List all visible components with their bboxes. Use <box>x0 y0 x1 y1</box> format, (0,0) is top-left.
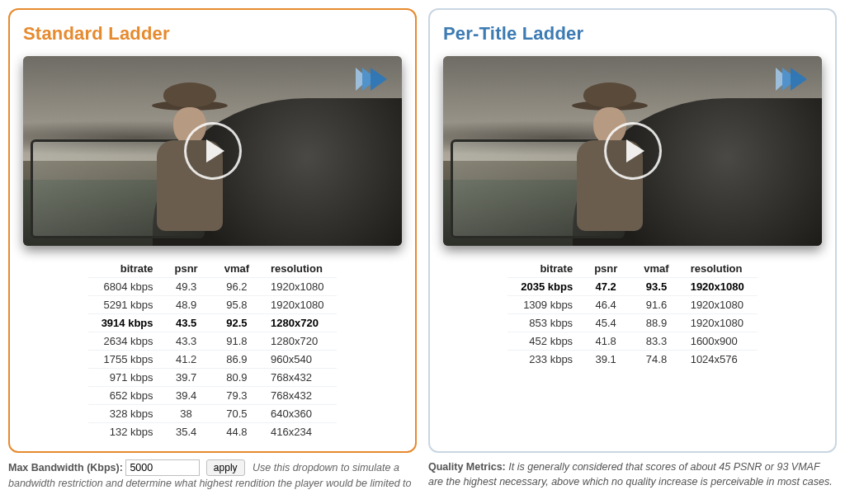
col-resolution: resolution <box>682 260 758 278</box>
cell-res: 1920x1080 <box>262 296 338 314</box>
cell-psnr: 38 <box>162 405 211 423</box>
table-row[interactable]: 132 kbps35.444.8416x234 <box>87 423 338 441</box>
cell-bitrate: 1309 kbps <box>507 296 581 314</box>
cell-vmaf: 92.5 <box>211 314 262 332</box>
cell-bitrate: 5291 kbps <box>87 296 161 314</box>
standard-ladder-table: bitrate psnr vmaf resolution 6804 kbps49… <box>87 259 338 441</box>
cell-vmaf: 95.8 <box>211 296 262 314</box>
cell-psnr: 45.4 <box>581 314 630 332</box>
cell-psnr: 41.8 <box>581 332 630 351</box>
col-psnr: psnr <box>162 260 211 278</box>
cell-psnr: 39.7 <box>162 369 211 387</box>
cell-bitrate: 328 kbps <box>87 405 161 423</box>
bandwidth-label: Max Bandwidth (Kbps): <box>8 462 123 473</box>
cell-psnr: 47.2 <box>581 278 630 296</box>
cell-res: 1920x1080 <box>682 296 758 314</box>
cell-bitrate: 652 kbps <box>87 387 161 405</box>
play-icon <box>626 139 644 163</box>
col-resolution: resolution <box>262 260 338 278</box>
cell-bitrate: 452 kbps <box>507 332 581 351</box>
play-button[interactable] <box>604 122 662 180</box>
col-bitrate: bitrate <box>507 260 581 278</box>
cell-vmaf: 80.9 <box>211 369 262 387</box>
standard-ladder-card: Standard Ladder bitrate psnr vmaf <box>8 8 417 453</box>
quality-metrics-label: Quality Metrics: <box>428 461 506 473</box>
table-row[interactable]: 452 kbps41.883.31600x900 <box>507 332 758 351</box>
cell-vmaf: 44.8 <box>211 423 262 441</box>
standard-video-player[interactable] <box>23 56 402 246</box>
cell-psnr: 39.4 <box>162 387 211 405</box>
col-vmaf: vmaf <box>211 260 262 278</box>
cell-res: 1920x1080 <box>262 278 338 296</box>
table-row[interactable]: 652 kbps39.479.3768x432 <box>87 387 338 405</box>
table-row[interactable]: 6804 kbps49.396.21920x1080 <box>87 278 338 296</box>
cell-res: 1920x1080 <box>682 278 758 296</box>
play-icon <box>206 139 224 163</box>
cell-bitrate: 971 kbps <box>87 369 161 387</box>
cell-res: 768x432 <box>262 369 338 387</box>
cell-psnr: 43.3 <box>162 332 211 351</box>
table-row[interactable]: 233 kbps39.174.81024x576 <box>507 351 758 369</box>
cell-bitrate: 233 kbps <box>507 351 581 369</box>
cell-bitrate: 2634 kbps <box>87 332 161 351</box>
table-row[interactable]: 853 kbps45.488.91920x1080 <box>507 314 758 332</box>
table-row[interactable]: 2035 kbps47.293.51920x1080 <box>507 278 758 296</box>
col-psnr: psnr <box>581 260 630 278</box>
table-row[interactable]: 3914 kbps43.592.51280x720 <box>87 314 338 332</box>
pertitle-video-player[interactable] <box>443 56 822 246</box>
cell-vmaf: 79.3 <box>211 387 262 405</box>
bandwidth-input[interactable] <box>125 459 200 476</box>
cell-psnr: 39.1 <box>581 351 630 369</box>
table-row[interactable]: 328 kbps3870.5640x360 <box>87 405 338 423</box>
bandwidth-controls: Max Bandwidth (Kbps): apply Use this dro… <box>8 459 417 491</box>
brand-chevrons-icon <box>362 68 387 91</box>
cell-vmaf: 91.6 <box>630 296 682 314</box>
cell-bitrate: 3914 kbps <box>87 314 161 332</box>
cell-res: 1920x1080 <box>682 314 758 332</box>
cell-res: 640x360 <box>262 405 338 423</box>
cell-vmaf: 93.5 <box>630 278 682 296</box>
cell-res: 416x234 <box>262 423 338 441</box>
table-row[interactable]: 2634 kbps43.391.81280x720 <box>87 332 338 351</box>
pertitle-ladder-card: Per-Title Ladder bitrate psnr vma <box>428 8 837 453</box>
cell-res: 960x540 <box>262 351 338 369</box>
cell-psnr: 35.4 <box>162 423 211 441</box>
brand-chevrons-icon <box>782 68 807 91</box>
cell-vmaf: 83.3 <box>630 332 682 351</box>
pertitle-ladder-table: bitrate psnr vmaf resolution 2035 kbps47… <box>507 259 758 369</box>
apply-button[interactable]: apply <box>206 459 245 476</box>
cell-bitrate: 1755 kbps <box>87 351 161 369</box>
cell-psnr: 49.3 <box>162 278 211 296</box>
cell-vmaf: 70.5 <box>211 405 262 423</box>
cell-psnr: 43.5 <box>162 314 211 332</box>
quality-metrics-note: Quality Metrics: It is generally conside… <box>428 459 837 491</box>
table-row[interactable]: 1755 kbps41.286.9960x540 <box>87 351 338 369</box>
cell-res: 1600x900 <box>682 332 758 351</box>
cell-vmaf: 88.9 <box>630 314 682 332</box>
table-header-row: bitrate psnr vmaf resolution <box>87 260 338 278</box>
cell-vmaf: 96.2 <box>211 278 262 296</box>
cell-vmaf: 86.9 <box>211 351 262 369</box>
table-header-row: bitrate psnr vmaf resolution <box>507 260 758 278</box>
table-row[interactable]: 1309 kbps46.491.61920x1080 <box>507 296 758 314</box>
col-bitrate: bitrate <box>87 260 161 278</box>
play-button[interactable] <box>184 122 242 180</box>
table-row[interactable]: 971 kbps39.780.9768x432 <box>87 369 338 387</box>
cell-bitrate: 6804 kbps <box>87 278 161 296</box>
cell-vmaf: 74.8 <box>630 351 682 369</box>
cell-psnr: 46.4 <box>581 296 630 314</box>
cell-bitrate: 853 kbps <box>507 314 581 332</box>
table-row[interactable]: 5291 kbps48.995.81920x1080 <box>87 296 338 314</box>
pertitle-ladder-tbody: 2035 kbps47.293.51920x10801309 kbps46.49… <box>507 278 758 369</box>
cell-res: 768x432 <box>262 387 338 405</box>
col-vmaf: vmaf <box>630 260 682 278</box>
pertitle-ladder-title: Per-Title Ladder <box>443 23 822 45</box>
cell-res: 1280x720 <box>262 332 338 351</box>
cell-res: 1280x720 <box>262 314 338 332</box>
cell-psnr: 48.9 <box>162 296 211 314</box>
cell-vmaf: 91.8 <box>211 332 262 351</box>
cell-res: 1024x576 <box>682 351 758 369</box>
standard-ladder-title: Standard Ladder <box>23 23 402 45</box>
cell-psnr: 41.2 <box>162 351 211 369</box>
standard-ladder-tbody: 6804 kbps49.396.21920x10805291 kbps48.99… <box>87 278 338 441</box>
